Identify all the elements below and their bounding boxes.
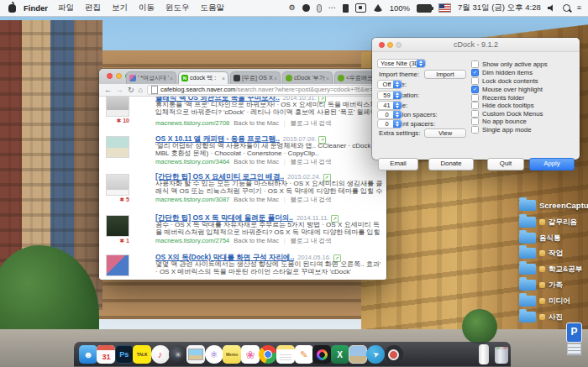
dock: ☻31PsTALK♪✳⚛Memo❀✎X➤❖ (74, 342, 511, 367)
white-device-icon[interactable] (479, 344, 489, 364)
menu-item-3[interactable]: 이동 (139, 3, 155, 13)
steering-wheel-icon[interactable]: ✳ (169, 345, 187, 364)
notes-icon[interactable] (276, 345, 295, 364)
app-circle-icon[interactable] (302, 4, 310, 12)
excel-icon-glyph: X (337, 350, 343, 359)
status-area: ⚙ ⋯ 100% 7월 31일 (금) 오후 4:28 ≡ (289, 3, 588, 13)
photoscape-icon[interactable] (312, 345, 331, 364)
us-flag-icon[interactable] (438, 3, 451, 13)
calendar-icon[interactable]: 31 (97, 345, 115, 364)
thumbs-up-icon (539, 314, 545, 320)
folder-label: 미디어 (549, 296, 570, 307)
finder-icon[interactable]: ☻ (79, 345, 97, 364)
kakaotalk-icon-glyph: TALK (137, 352, 148, 357)
menu-item-0[interactable]: 파일 (58, 3, 74, 13)
photos-icon[interactable]: ❀ (241, 345, 260, 364)
photos-icon-glyph: ❀ (245, 349, 255, 361)
desktop-folder-5[interactable]: 가족 (519, 280, 563, 291)
notification-center-icon[interactable]: ≡ (577, 4, 581, 12)
folder-label: 가족 (549, 280, 563, 291)
menu-item-5[interactable]: 도움말 (201, 3, 225, 13)
menu-item-4[interactable]: 윈도우 (165, 3, 190, 13)
folder-icon (519, 217, 536, 228)
desktop-folder-1[interactable]: 갈무리음 (519, 217, 577, 228)
telegram-icon-glyph: ➤ (371, 349, 381, 359)
menu-bar: Finder 파일편집보기이동윈도우도움말 ⚙ ⋯ 100% 7월 31일 (금… (0, 0, 588, 17)
thumbs-up-icon (539, 282, 545, 288)
folder-icon (519, 296, 536, 307)
spotlight-icon[interactable] (563, 4, 570, 12)
pages-icon-glyph: ✎ (300, 349, 307, 360)
desktop-folder-6[interactable]: 미디어 (519, 296, 570, 307)
folder-label: 갈무리음 (549, 218, 577, 228)
input-source-icon[interactable] (355, 3, 366, 13)
excel-icon[interactable]: X (331, 345, 349, 364)
kakaotalk-icon[interactable]: TALK (133, 345, 151, 364)
naver-favicon: N (181, 75, 188, 81)
folder-icon (519, 280, 536, 291)
volume-icon[interactable] (548, 4, 556, 12)
image-file-icon[interactable] (349, 345, 367, 364)
folder-icon (519, 312, 536, 322)
folder-icon (519, 264, 536, 275)
itunes-icon-glyph: ♪ (158, 349, 163, 359)
wifi-icon[interactable] (373, 4, 383, 12)
calendar-icon-glyph: 31 (102, 349, 110, 361)
thumbs-up-icon (539, 298, 545, 304)
active-app-name[interactable]: Finder (24, 3, 48, 13)
menu-items: 파일편집보기이동윈도우도움말 (58, 3, 224, 13)
folder-label: 학교&공부 (549, 265, 582, 275)
bookmark-icon[interactable] (343, 4, 349, 13)
desktop-folder-2[interactable]: 음식통 (519, 233, 561, 244)
folder-label: 사진 (549, 312, 563, 322)
itunes-icon[interactable]: ♪ (151, 345, 170, 364)
pages-icon[interactable]: ✎ (295, 345, 313, 364)
desktop-folder-7[interactable]: 사진 (519, 312, 563, 322)
thumbs-up-icon (539, 219, 545, 225)
menu-item-2[interactable]: 보기 (112, 3, 128, 13)
folder-label: ScreenCapture (539, 201, 588, 210)
preview-icon[interactable] (186, 345, 205, 364)
stickies-memo-icon[interactable]: Memo (223, 345, 241, 364)
mic-icon[interactable] (317, 4, 322, 13)
apple-menu-icon[interactable] (8, 4, 16, 13)
finder-icon-glyph: ☻ (83, 349, 93, 359)
screen-recorder-icon[interactable] (385, 345, 403, 364)
tab-label: cdock 맥 : (190, 74, 221, 82)
steering-wheel-icon-glyph: ✳ (175, 350, 181, 359)
more-icon[interactable]: ⋯ (328, 4, 336, 12)
battery-icon[interactable] (417, 4, 432, 13)
desktop-folder-list: ScreenCapture 갈무리음 음식통 작업 학교&공부 가족 미디어 사… (0, 0, 588, 367)
folder-icon (519, 233, 536, 244)
folder-icon (519, 200, 536, 211)
thumbs-up-icon (539, 250, 545, 256)
trash-icon[interactable] (495, 347, 508, 364)
stickies-memo-icon-glyph: Memo (226, 352, 238, 357)
photoshop-icon-glyph: Ps (119, 350, 129, 359)
menu-clock[interactable]: 7월 31일 (금) 오후 4:28 (458, 3, 541, 13)
gear-icon[interactable]: ⚙ (289, 4, 296, 12)
photoshop-icon[interactable]: Ps (115, 345, 134, 364)
chrome-icon[interactable] (259, 345, 277, 364)
battery-percentage: 100% (390, 3, 410, 13)
thumbs-up-icon (539, 266, 545, 272)
browser-tab[interactable]: N cdock 맥 : × (178, 71, 228, 84)
tab-close-icon[interactable]: × (222, 76, 225, 81)
atom-app-icon[interactable]: ⚛ (205, 345, 223, 364)
telegram-icon[interactable]: ➤ (366, 345, 385, 364)
atom-app-icon-glyph: ⚛ (210, 349, 218, 360)
folder-label: 음식통 (539, 233, 561, 244)
menu-item-1[interactable]: 편집 (85, 3, 101, 13)
desktop: P ScreenCapture 갈무리음 음식통 작업 학교&공부 가족 미디어… (0, 0, 588, 367)
folder-label: 작업 (549, 249, 563, 259)
folder-icon (519, 248, 536, 259)
desktop-folder-4[interactable]: 학교&공부 (519, 264, 582, 275)
desktop-folder-3[interactable]: 작업 (519, 248, 563, 259)
desktop-folder-0[interactable]: ScreenCapture (519, 200, 588, 211)
